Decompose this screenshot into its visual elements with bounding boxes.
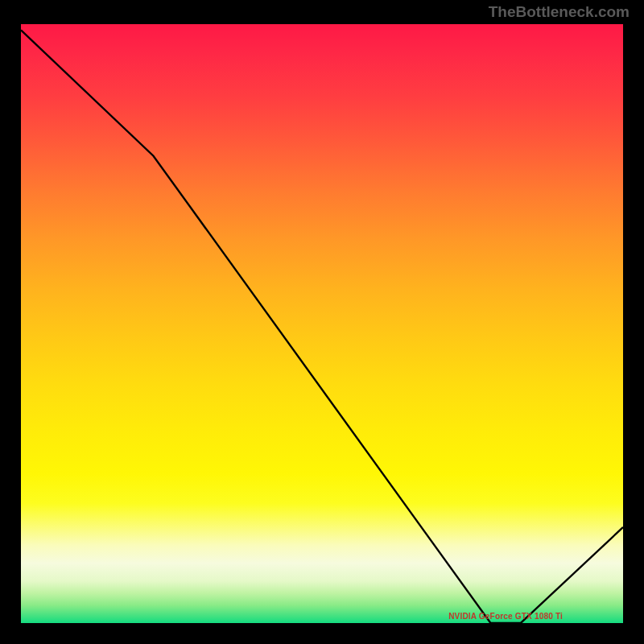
- attribution-text: TheBottleneck.com: [489, 3, 630, 21]
- chart-root: TheBottleneck.com NVIDIA GeForce GTX 108…: [0, 0, 644, 644]
- chart-line: [21, 30, 623, 623]
- plot-area: NVIDIA GeForce GTX 1080 Ti: [21, 24, 623, 623]
- chart-annotation: NVIDIA GeForce GTX 1080 Ti: [448, 612, 563, 621]
- line-chart-svg: [21, 24, 623, 623]
